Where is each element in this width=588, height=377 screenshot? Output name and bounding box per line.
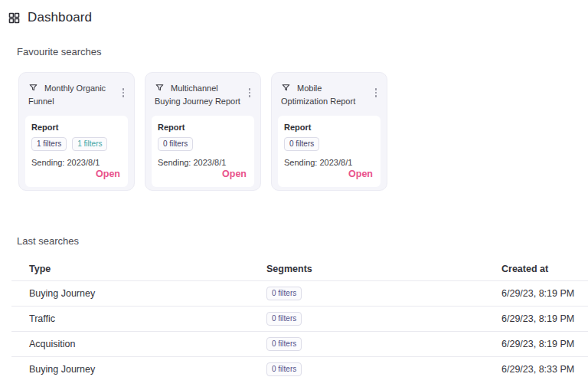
table-header-row: Type Segments Created at [11,257,588,281]
segments-cell: 0 filters [266,287,501,300]
segments-cell: 0 filters [266,337,501,351]
filters-badge: 0 filters [266,312,302,326]
card-body: Report 0 filters Sending: 2023/8/1 Open [152,116,254,187]
favourite-search-card: Mobile Optimization Report Report 0 filt… [271,72,387,191]
created-at-cell: 6/29/23, 8:19 PM [501,313,588,324]
column-header-type: Type [11,264,266,274]
favourite-search-card: Multichannel Buying Journey Report Repor… [145,72,261,191]
dashboard-page: Dashboard Favourite searches Monthly Org… [0,0,588,377]
card-header: Monthly Organic Funnel [25,79,128,113]
table-row[interactable]: Traffic 0 filters 6/29/23, 8:19 PM [11,307,588,332]
sending-date-label: Sending: 2023/8/1 [284,158,374,167]
filters-badge: 0 filters [158,137,193,151]
filters-badge: 1 filters [72,137,107,151]
open-link[interactable]: Open [220,167,248,181]
card-title: Multichannel Buying Journey Report [155,84,240,106]
funnel-filter-icon [281,83,291,93]
chip-row: 1 filters 1 filters [31,137,122,151]
favourite-search-card: Monthly Organic Funnel Report 1 filters … [18,72,135,191]
filters-badge: 1 filters [31,137,67,151]
column-header-created-at: Created at [501,264,588,274]
vertical-dots-icon [375,88,377,97]
report-type-label: Report [31,123,122,132]
card-menu-button[interactable] [118,86,129,100]
open-link[interactable]: Open [94,167,122,181]
table-row[interactable]: Buying Journey 0 filters 6/29/23, 8:19 P… [11,281,588,307]
filters-badge: 0 filters [266,362,302,376]
card-menu-button[interactable] [244,86,255,100]
card-title: Mobile Optimization Report [281,84,355,106]
favourite-searches-label: Favourite searches [17,46,588,57]
funnel-filter-icon [28,83,38,93]
page-header: Dashboard [0,0,588,25]
filters-badge: 0 filters [266,337,302,351]
table-row[interactable]: Buying Journey 0 filters 6/29/23, 8:33 P… [11,357,588,377]
search-type-cell: Buying Journey [11,364,266,375]
card-header: Mobile Optimization Report [278,79,381,113]
open-link[interactable]: Open [347,167,374,181]
filters-badge: 0 filters [284,137,319,151]
created-at-cell: 6/29/23, 8:19 PM [501,288,588,299]
column-header-segments: Segments [266,264,501,274]
vertical-dots-icon [122,88,125,97]
filters-badge: 0 filters [266,287,302,300]
last-searches-label: Last searches [17,235,588,247]
report-type-label: Report [284,123,374,132]
chip-row: 0 filters [284,137,374,151]
card-body: Report 0 filters Sending: 2023/8/1 Open [278,116,381,187]
created-at-cell: 6/29/23, 8:33 PM [501,364,588,375]
created-at-cell: 6/29/23, 8:19 PM [501,339,588,349]
chip-row: 0 filters [158,137,248,151]
card-header: Multichannel Buying Journey Report [152,79,254,113]
sending-date-label: Sending: 2023/8/1 [158,158,248,167]
search-type-cell: Buying Journey [11,288,266,299]
card-menu-button[interactable] [371,86,381,100]
search-type-cell: Traffic [11,313,266,324]
dashboard-grid-icon [8,11,21,25]
segments-cell: 0 filters [266,312,501,326]
card-title: Monthly Organic Funnel [28,84,106,106]
segments-cell: 0 filters [266,362,501,376]
funnel-filter-icon [155,83,165,93]
table-row[interactable]: Acquisition 0 filters 6/29/23, 8:19 PM [11,332,588,357]
report-type-label: Report [158,123,248,132]
search-type-cell: Acquisition [11,339,266,349]
page-title: Dashboard [28,10,92,25]
card-body: Report 1 filters 1 filters Sending: 2023… [25,116,128,187]
vertical-dots-icon [249,88,251,97]
favourite-cards-row: Monthly Organic Funnel Report 1 filters … [18,72,588,191]
last-searches-table: Type Segments Created at Buying Journey … [11,257,588,377]
sending-date-label: Sending: 2023/8/1 [31,158,122,167]
